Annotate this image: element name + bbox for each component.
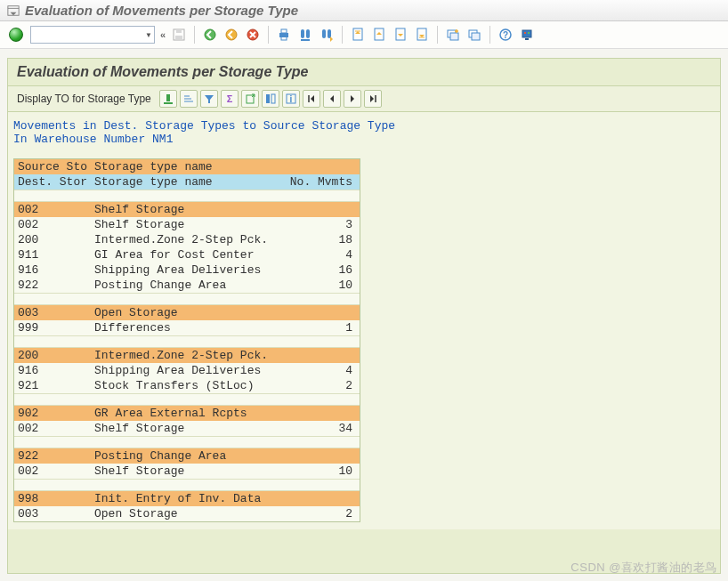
info-line-2: In Warehouse Number NM1 [13,133,715,146]
prev-page-icon[interactable] [369,25,389,44]
group-separator [14,335,360,348]
exit-icon[interactable] [222,25,241,44]
header-dest: Dest. Stor Storage type name No. Mvmts [14,174,360,190]
cancel-icon[interactable] [243,25,263,44]
dest-row[interactable]: 002Shelf Storage3 [14,217,360,232]
dest-code: 002 [14,217,94,232]
collapse-icon[interactable]: « [157,29,167,40]
svg-rect-16 [353,28,362,40]
dest-row[interactable]: 002Shelf Storage10 [14,464,360,479]
nav-last-icon[interactable] [364,90,382,108]
dest-name: GI Area for Cost Center [94,247,281,262]
source-row[interactable]: 998Init. Entry of Inv. Data [14,491,360,506]
dest-row[interactable]: 916Shipping Area Deliveries16 [14,262,360,278]
dest-mvmt: 18 [281,232,358,247]
dest-row[interactable]: 003Open Storage2 [14,506,360,521]
header-source: Source Sto Storage type name [14,159,360,174]
dest-name: Posting Change Area [94,278,281,293]
dest-mvmt: 10 [281,464,358,479]
svg-rect-12 [306,29,310,38]
status-ok-icon [9,28,23,42]
group-separator [14,190,360,202]
dest-row[interactable]: 911GI Area for Cost Center4 [14,247,360,262]
dest-code: 003 [14,506,94,521]
dest-row[interactable]: 921Stock Transfers (StLoc)2 [14,378,360,393]
dest-mvmt: 2 [281,506,358,521]
dest-mvmt: 10 [281,278,358,293]
find-icon[interactable] [295,25,315,44]
next-page-icon[interactable] [391,25,410,44]
src-name: Intermed.Zone 2-Step Pck. [94,348,281,363]
display-to-label: Display TO for Storage Type [17,93,151,105]
dest-row[interactable]: 916Shipping Area Deliveries4 [14,363,360,378]
source-row[interactable]: 922Posting Change Area [14,448,360,464]
nav-prev-icon[interactable] [323,90,341,108]
source-row[interactable]: 002Shelf Storage [14,202,360,217]
src-name: GR Area External Rcpts [94,406,281,421]
info-line-1: Movements in Dest. Storage Types to Sour… [13,119,715,133]
src-code: 002 [14,202,94,217]
dropdown-icon[interactable]: ▼ [145,31,152,39]
first-page-icon[interactable] [348,25,368,44]
movements-table: Source Sto Storage type name Dest. Stor … [13,158,360,522]
dest-code: 002 [14,464,94,479]
find-next-icon[interactable] [317,25,336,44]
sort-asc-icon[interactable] [180,90,198,108]
help-icon[interactable]: ? [496,25,515,44]
dest-mvmt: 2 [281,378,358,393]
customize-icon[interactable] [517,25,537,44]
svg-rect-9 [281,29,287,33]
dest-row[interactable]: 922Posting Change Area10 [14,278,360,293]
src-name: Open Storage [94,305,281,320]
save-icon[interactable] [169,25,189,44]
dest-mvmt: 3 [281,217,358,232]
dest-row[interactable]: 200Intermed.Zone 2-Step Pck.18 [14,232,360,247]
print-icon[interactable] [274,25,294,44]
dest-mvmt: 4 [281,247,358,262]
source-row[interactable]: 902GR Area External Rcpts [14,406,360,421]
command-field[interactable]: ▼ [30,26,155,44]
svg-rect-39 [266,94,270,103]
layout-settings-icon[interactable] [262,90,279,108]
filter-icon[interactable] [200,90,218,108]
src-code: 003 [14,305,94,320]
svg-text:Σ: Σ [226,93,232,104]
new-session-icon[interactable] [443,25,463,44]
source-row[interactable]: 200Intermed.Zone 2-Step Pck. [14,348,360,363]
dest-mvmt: 16 [281,262,358,278]
group-separator [14,393,360,406]
dest-code: 916 [14,363,94,378]
svg-text:i: i [289,94,292,104]
dest-row[interactable]: 999Differences1 [14,320,360,335]
group-separator [14,436,360,448]
menu-icon[interactable] [7,4,20,17]
back-icon[interactable] [200,25,220,44]
src-code: 998 [14,491,94,506]
nav-first-icon[interactable] [303,90,320,108]
dest-code: 200 [14,232,94,247]
dest-name: Shelf Storage [94,217,281,232]
svg-rect-25 [472,33,480,40]
dest-mvmt: 1 [281,320,358,335]
watermark: CSDN @喜欢打酱油的老鸟 [570,560,717,576]
dest-row[interactable]: 002Shelf Storage34 [14,421,360,436]
export-icon[interactable] [241,90,259,108]
sum-icon[interactable]: Σ [221,90,239,108]
dest-name: Shelf Storage [94,421,281,436]
src-code: 200 [14,348,94,363]
src-code: 922 [14,448,94,464]
layout-icon[interactable] [465,25,484,44]
info-icon[interactable]: i [282,90,300,108]
dest-name: Differences [94,320,281,335]
svg-rect-14 [322,29,326,38]
src-name: Posting Change Area [94,448,281,464]
svg-rect-3 [176,29,182,33]
details-icon[interactable] [159,90,177,108]
dest-name: Shipping Area Deliveries [94,363,281,378]
dest-mvmt: 34 [281,421,358,436]
dest-code: 916 [14,262,94,278]
nav-next-icon[interactable] [344,90,361,108]
src-name: Shelf Storage [94,202,281,217]
last-page-icon[interactable] [412,25,432,44]
source-row[interactable]: 003Open Storage [14,305,360,320]
